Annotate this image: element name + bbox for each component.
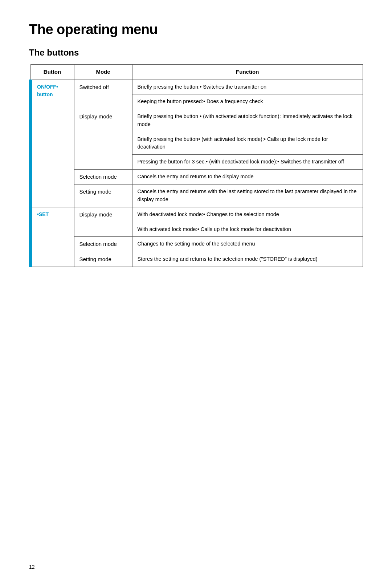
table-header-row: Button Mode Function	[30, 65, 363, 80]
page-title: The operating menu	[29, 22, 363, 37]
function-cell: Cancels the entry and returns to the dis…	[132, 169, 363, 184]
function-cell: Changes to the setting mode of the selec…	[132, 237, 363, 252]
function-cell: Briefly pressing the button • (with acti…	[132, 109, 363, 132]
function-cell: Cancels the entry and returns with the l…	[132, 184, 363, 207]
col-header-button: Button	[30, 65, 74, 80]
function-cell: With activated lock mode:• Calls up the …	[132, 222, 363, 237]
mode-cell: Selection mode	[74, 237, 132, 252]
page-number: 12	[29, 564, 35, 570]
function-cell: With deactivated lock mode:• Changes to …	[132, 207, 363, 222]
function-cell: Pressing the button for 3 sec.• (with de…	[132, 155, 363, 170]
button-cell: •SET	[30, 207, 74, 267]
mode-cell: Switched off	[74, 80, 132, 109]
table-row: ON/OFF• buttonSwitched offBriefly pressi…	[30, 80, 363, 94]
mode-cell: Display mode	[74, 207, 132, 237]
table-row: Display modeBriefly pressing the button …	[30, 109, 363, 132]
mode-cell: Setting mode	[74, 184, 132, 207]
table-row: Selection modeChanges to the setting mod…	[30, 237, 363, 252]
section-title: The buttons	[29, 48, 363, 58]
table-row: Selection modeCancels the entry and retu…	[30, 169, 363, 184]
table-row: •SETDisplay modeWith deactivated lock mo…	[30, 207, 363, 222]
function-cell: Keeping the button pressed:• Does a freq…	[132, 94, 363, 109]
col-header-function: Function	[132, 65, 363, 80]
mode-cell: Selection mode	[74, 169, 132, 184]
table-row: Setting modeCancels the entry and return…	[30, 184, 363, 207]
button-cell: ON/OFF• button	[30, 80, 74, 207]
function-cell: Stores the setting and returns to the se…	[132, 252, 363, 267]
function-cell: Briefly pressing the button:• Switches t…	[132, 80, 363, 94]
col-header-mode: Mode	[74, 65, 132, 80]
table-row: Setting modeStores the setting and retur…	[30, 252, 363, 267]
mode-cell: Display mode	[74, 109, 132, 170]
function-cell: Briefly pressing the button• (with activ…	[132, 132, 363, 155]
mode-cell: Setting mode	[74, 252, 132, 267]
operating-menu-table: Button Mode Function ON/OFF• buttonSwitc…	[29, 64, 363, 267]
